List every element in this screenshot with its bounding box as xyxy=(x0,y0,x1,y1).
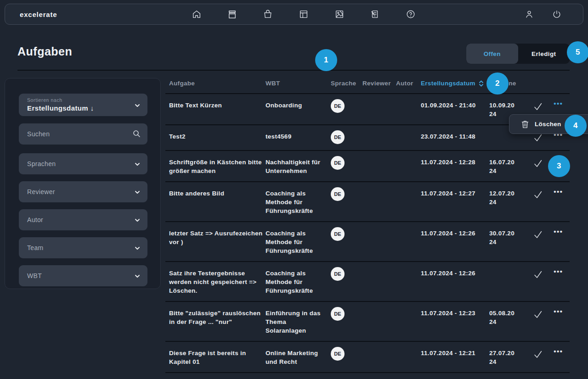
user-icon[interactable] xyxy=(523,8,535,20)
cell-wbt: Coaching als Methode für Führungskräfte xyxy=(266,229,322,255)
annotation-circle-2: 2 xyxy=(486,72,509,95)
cell-wbt: Online Marketing und Recht xyxy=(266,349,322,366)
filter-autor[interactable]: Autor xyxy=(19,209,147,230)
cell-wbt: Einführung in das Thema Solaranlagen xyxy=(266,309,322,335)
cell-autor xyxy=(396,349,421,366)
complete-check-button[interactable] xyxy=(533,190,543,200)
row-menu-button[interactable]: ••• xyxy=(554,309,563,335)
power-icon[interactable] xyxy=(551,8,563,20)
cell-autor xyxy=(396,158,421,175)
filter-label: Reviewer xyxy=(27,188,55,195)
cell-created: 11.07.2024 - 12:27 xyxy=(421,189,489,215)
complete-check-button[interactable] xyxy=(533,269,543,279)
cell-created: 11.07.2024 - 12:21 xyxy=(421,349,489,366)
filter-wbt[interactable]: WBT xyxy=(19,265,147,286)
search-icon xyxy=(132,129,141,138)
table-row[interactable]: Satz ihre Testergebnisse werden nicht ge… xyxy=(165,262,570,302)
language-badge: DE xyxy=(331,267,345,281)
chevron-down-icon xyxy=(135,246,140,250)
cell-reviewer xyxy=(362,158,396,175)
cell-wbt: Coaching als Methode für Führungskräfte xyxy=(266,189,322,215)
delete-menu-item[interactable]: Löschen xyxy=(535,121,561,128)
language-badge: DE xyxy=(331,156,345,170)
filter-label: Sprachen xyxy=(27,160,56,167)
cell-autor xyxy=(396,309,421,335)
filter-label: Autor xyxy=(27,216,43,223)
row-menu-button[interactable]: ••• xyxy=(554,269,563,295)
complete-check-button[interactable] xyxy=(533,309,543,319)
cell-reviewer xyxy=(362,229,396,255)
help-icon[interactable] xyxy=(405,8,417,20)
header-erstellungsdatum-sort[interactable]: Erstellungsdatum xyxy=(421,80,489,87)
cell-deadline: 16.07.2024 xyxy=(489,158,516,175)
table-row[interactable]: Diese Frage ist bereits in Kapitel 01 On… xyxy=(165,342,570,373)
complete-check-button[interactable] xyxy=(533,158,543,168)
cell-created: 23.07.2024 - 11:48 xyxy=(421,132,489,144)
image-icon[interactable] xyxy=(334,8,345,20)
complete-check-button[interactable] xyxy=(533,101,543,111)
table-row[interactable]: letzter Satz => Ausrufezeichen vor ) Coa… xyxy=(165,222,570,262)
home-icon[interactable] xyxy=(191,8,203,20)
annotation-circle-5: 5 xyxy=(567,41,588,63)
cell-created: 11.07.2024 - 12:26 xyxy=(421,229,489,255)
filter-team[interactable]: Team xyxy=(19,237,147,258)
cell-task: Diese Frage ist bereits in Kapitel 01 xyxy=(165,349,266,366)
tab-offen[interactable]: Offen xyxy=(466,44,518,64)
cell-created: 11.07.2024 - 12:23 xyxy=(421,309,489,335)
language-badge: DE xyxy=(331,347,345,361)
cell-autor xyxy=(396,269,421,295)
sort-arrows-icon xyxy=(479,80,484,87)
cell-autor xyxy=(396,132,421,144)
row-menu-button[interactable]: ••• xyxy=(554,349,563,366)
filter-label: WBT xyxy=(27,272,42,279)
complete-check-button[interactable] xyxy=(533,133,543,143)
cell-deadline: 30.07.2024 xyxy=(489,229,516,255)
sort-dropdown[interactable]: Sortieren nach Erstellungsdatum ↓ xyxy=(19,94,147,116)
header-reviewer: Reviewer xyxy=(362,80,396,87)
complete-check-button[interactable] xyxy=(533,349,543,359)
row-menu-button[interactable]: ••• xyxy=(554,189,563,215)
annotation-circle-4: 4 xyxy=(565,115,587,137)
language-badge: DE xyxy=(331,227,345,241)
table-row[interactable]: Bitte "zulässige" rauslöschen in der Fra… xyxy=(165,302,570,342)
trash-icon xyxy=(521,120,529,128)
table-row[interactable]: Schriftgröße in Kästchen bitte größer ma… xyxy=(165,151,570,182)
archive-icon[interactable] xyxy=(226,8,238,20)
cell-task: letzter Satz => Ausrufezeichen vor ) xyxy=(165,229,266,255)
header-erstellungsdatum: Erstellungsdatum xyxy=(421,80,475,87)
row-menu-button[interactable]: ••• xyxy=(554,229,563,255)
chevron-down-icon xyxy=(135,218,140,222)
cell-task: Schriftgröße in Kästchen bitte größer ma… xyxy=(165,158,266,175)
status-toggle: Offen Erledigt xyxy=(466,44,570,64)
language-badge: DE xyxy=(331,130,345,144)
filter-reviewer[interactable]: Reviewer xyxy=(19,181,147,202)
tab-erledigt[interactable]: Erledigt xyxy=(518,44,570,64)
cell-task: Satz ihre Testergebnisse werden nicht ge… xyxy=(165,269,266,295)
navbar-right-strip xyxy=(523,4,563,24)
chevron-down-icon xyxy=(135,104,140,107)
chevron-down-icon xyxy=(135,162,140,166)
cell-autor xyxy=(396,189,421,215)
chevron-down-icon xyxy=(135,274,140,278)
header-sprache: Sprache xyxy=(331,80,362,87)
cell-deadline: 27.07.2024 xyxy=(489,349,516,366)
cell-reviewer xyxy=(362,349,396,366)
cell-autor xyxy=(396,101,421,118)
layout-icon[interactable] xyxy=(298,8,310,20)
filter-sprachen[interactable]: Sprachen xyxy=(19,153,147,174)
cell-reviewer xyxy=(362,189,396,215)
language-badge: DE xyxy=(331,307,345,321)
cell-wbt: test4569 xyxy=(266,132,322,144)
search-input[interactable]: Suchen xyxy=(19,123,147,145)
language-badge: DE xyxy=(331,187,345,201)
cell-reviewer xyxy=(362,309,396,335)
notes-icon[interactable] xyxy=(369,8,381,20)
table-row[interactable]: Bitte anderes Bild Coaching als Methode … xyxy=(165,182,570,222)
cell-deadline: 12.07.2024 xyxy=(489,189,516,215)
cell-task: Bitte Text Kürzen xyxy=(165,101,266,118)
complete-check-button[interactable] xyxy=(533,229,543,240)
navbar-icon-strip xyxy=(191,4,417,24)
cell-autor xyxy=(396,229,421,255)
cell-deadline: 05.08.2024 xyxy=(489,309,516,335)
bag-icon[interactable] xyxy=(262,8,274,20)
